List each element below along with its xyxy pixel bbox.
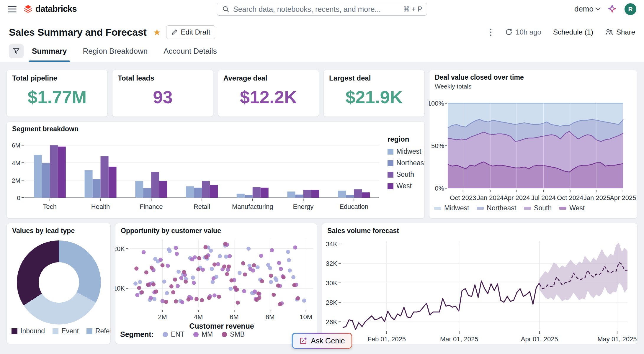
page-title: Sales Summary and Forecast xyxy=(9,27,147,38)
kpi-label: Total leads xyxy=(118,74,208,82)
svg-text:28K: 28K xyxy=(326,299,337,306)
legend-item-event[interactable]: Event xyxy=(53,327,79,335)
legend-item-midwest[interactable]: Midwest xyxy=(388,148,425,155)
legend-swatch xyxy=(163,332,168,337)
legend-item-west[interactable]: West xyxy=(388,182,425,190)
svg-text:Apr 01, 2025: Apr 01, 2025 xyxy=(521,335,558,343)
global-search[interactable]: ⌘ + P xyxy=(217,3,427,16)
share-people-icon xyxy=(605,28,613,36)
databricks-logo[interactable]: databricks xyxy=(24,4,77,14)
legend-swatch xyxy=(477,207,484,210)
svg-text:Mar 01, 2025: Mar 01, 2025 xyxy=(440,335,478,343)
tab-account-details[interactable]: Account Details xyxy=(159,44,221,62)
svg-text:Jul 2024: Jul 2024 xyxy=(531,194,556,201)
share-button[interactable]: Share xyxy=(605,28,635,36)
area-chart-legend: Midwest Northeast South West xyxy=(434,204,585,212)
donut-plot[interactable] xyxy=(17,240,101,324)
legend-title: Segment: xyxy=(120,330,154,339)
legend-swatch xyxy=(388,183,393,189)
top-bar: databricks ⌘ + P demo R xyxy=(0,0,644,18)
svg-text:Retail: Retail xyxy=(194,203,210,210)
svg-text:Apr 2025: Apr 2025 xyxy=(610,194,636,201)
svg-text:May 01, 2025: May 01, 2025 xyxy=(597,335,637,343)
donut-legend: Inbound Event Referral xyxy=(12,327,111,335)
pencil-icon xyxy=(171,29,178,35)
legend-item-mm[interactable]: MM xyxy=(193,330,213,338)
legend-swatch xyxy=(388,149,393,155)
user-avatar[interactable]: R xyxy=(625,3,636,15)
svg-text:2M: 2M xyxy=(158,313,167,321)
edit-draft-label: Edit Draft xyxy=(181,28,210,36)
legend-swatch xyxy=(559,207,566,210)
kpi-card-largest-deal: Largest deal $21.9K xyxy=(323,70,425,117)
svg-text:2M: 2M xyxy=(12,177,20,184)
tab-bar: Summary Region Breakdown Account Details xyxy=(9,44,635,62)
genie-sparkle-icon[interactable] xyxy=(607,4,617,14)
search-shortcut: ⌘ + P xyxy=(403,5,422,13)
svg-text:Energy: Energy xyxy=(293,203,314,210)
chart-title: Sales volume forecast xyxy=(327,227,399,235)
legend-item-west[interactable]: West xyxy=(559,204,585,212)
last-refresh-time: 10h ago xyxy=(516,28,541,36)
svg-text:0: 0 xyxy=(17,194,20,201)
search-input[interactable] xyxy=(233,5,399,14)
filter-funnel-icon xyxy=(12,47,20,55)
kpi-label: Average deal xyxy=(223,74,313,82)
schedule-button[interactable]: Schedule (1) xyxy=(553,28,593,36)
legend-swatch xyxy=(222,332,227,337)
svg-text:Apr 2024: Apr 2024 xyxy=(504,194,530,201)
edit-draft-button[interactable]: Edit Draft xyxy=(166,25,215,39)
legend-item-northeast[interactable]: Northeast xyxy=(388,159,425,167)
svg-text:4M: 4M xyxy=(12,160,20,166)
legend-item-referral[interactable]: Referral xyxy=(86,327,111,335)
legend-item-northeast[interactable]: Northeast xyxy=(477,204,516,212)
chart-title: Deal value closed over time xyxy=(435,73,524,81)
forecast-line-plot[interactable]: 26K28K30K32K34KFeb 01, 2025Mar 01, 2025A… xyxy=(322,223,638,344)
legend-swatch xyxy=(86,328,92,334)
kpi-label: Total pipeline xyxy=(12,74,102,82)
schedule-label: Schedule (1) xyxy=(553,28,593,36)
legend-item-inbound[interactable]: Inbound xyxy=(12,327,45,335)
ask-genie-label: Ask Genie xyxy=(311,337,345,345)
legend-item-smb[interactable]: SMB xyxy=(222,330,245,338)
svg-text:Finance: Finance xyxy=(140,203,163,210)
refresh-button[interactable]: 10h ago xyxy=(505,28,541,36)
legend-swatch xyxy=(12,328,17,334)
kpi-card-total-pipeline: Total pipeline $1.77M xyxy=(6,70,108,117)
databricks-dashboard-screen: databricks ⌘ + P demo R xyxy=(0,0,644,354)
tab-summary[interactable]: Summary xyxy=(28,44,71,62)
legend-item-ent[interactable]: ENT xyxy=(163,330,184,338)
favorite-star-icon[interactable]: ★ xyxy=(153,27,161,37)
svg-text:Education: Education xyxy=(339,203,368,210)
legend-swatch xyxy=(193,332,199,337)
segment-breakdown-chart: Segment breakdown 02M4M6MTechHealthFinan… xyxy=(6,121,425,219)
filters-button[interactable] xyxy=(9,44,24,58)
scatter-legend: Segment: ENT MM SMB xyxy=(120,330,245,339)
ask-genie-button[interactable]: Ask Genie xyxy=(292,333,352,349)
refresh-icon xyxy=(505,28,513,36)
legend-item-midwest[interactable]: Midwest xyxy=(434,204,469,212)
legend-item-south[interactable]: South xyxy=(388,171,425,178)
hamburger-menu-icon[interactable] xyxy=(8,6,17,12)
legend-item-south[interactable]: South xyxy=(524,204,552,212)
databricks-logo-icon xyxy=(24,5,32,14)
stacked-area-plot[interactable]: 0%50%100%Oct 2023Jan 2024Apr 2024Jul 202… xyxy=(429,70,637,219)
chart-subtitle: Weekly totals xyxy=(435,83,472,90)
kpi-value: $12.2K xyxy=(218,87,319,107)
kpi-value: 93 xyxy=(112,87,213,107)
svg-text:30K: 30K xyxy=(326,279,337,287)
svg-text:6M: 6M xyxy=(230,313,239,321)
kpi-value: $1.77M xyxy=(7,87,107,107)
overflow-menu-button[interactable] xyxy=(488,27,493,38)
svg-text:100%: 100% xyxy=(429,100,444,107)
svg-text:0%: 0% xyxy=(435,185,444,192)
svg-text:Jan 2024: Jan 2024 xyxy=(477,194,504,201)
tab-region-breakdown[interactable]: Region Breakdown xyxy=(79,44,152,62)
scatter-plot[interactable]: 10K20K2M4M6M8M10MCustomer revenue xyxy=(115,223,317,344)
svg-text:Customer revenue: Customer revenue xyxy=(189,322,254,330)
svg-text:Oct 2023: Oct 2023 xyxy=(450,194,476,201)
deal-value-over-time-chart: Deal value closed over time Weekly total… xyxy=(429,70,637,219)
svg-text:Tech: Tech xyxy=(43,203,57,210)
workspace-switcher[interactable]: demo xyxy=(574,4,600,14)
grouped-bar-plot[interactable]: 02M4M6MTechHealthFinanceRetailManufactur… xyxy=(7,122,425,219)
